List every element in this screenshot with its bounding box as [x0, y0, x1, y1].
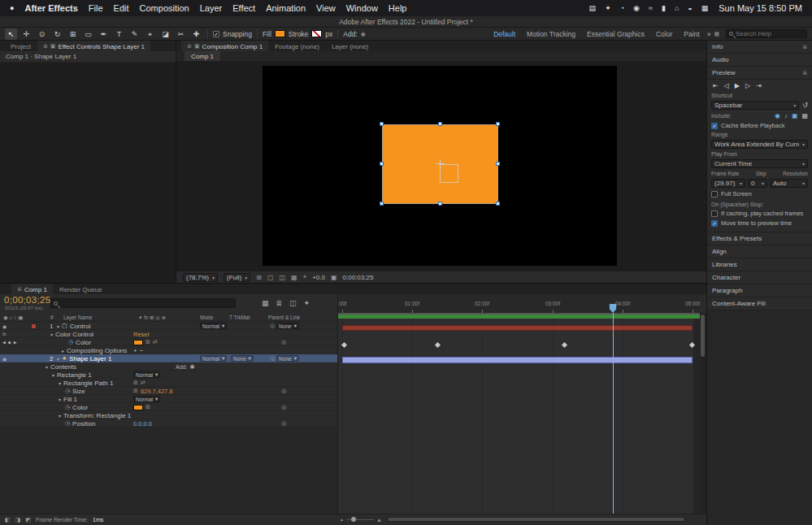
display-icon[interactable]: ▤ [589, 4, 597, 12]
panel-info[interactable]: Info ≣ [707, 41, 812, 53]
group-row-compositing-options[interactable]: ▸ Compositing Options + − [0, 346, 337, 354]
twisty-icon[interactable]: ▾ [46, 364, 48, 370]
include-audio-icon[interactable]: ♪ [784, 112, 788, 119]
scrollbar-thumb[interactable] [701, 315, 705, 357]
group-name[interactable]: Rectangle 1 [57, 371, 92, 379]
wifi-icon[interactable]: ⌂ [675, 4, 679, 12]
help-search-input[interactable] [736, 30, 804, 37]
range-dropdown[interactable]: Work Area Extended By Current ...▾ [711, 140, 808, 149]
column-trkmat[interactable]: T TrkMat [229, 315, 250, 320]
timeline-empty-area[interactable] [0, 427, 337, 514]
panel-audio[interactable]: Audio [707, 54, 812, 66]
panel-paragraph[interactable]: Paragraph [707, 284, 812, 297]
lock-icon[interactable]: ▣ [50, 43, 56, 50]
type-tool[interactable]: T [113, 28, 125, 40]
dropbox-icon[interactable]: ✦ [605, 4, 611, 12]
include-overlays-icon[interactable]: ▣ [792, 112, 798, 119]
layer-name[interactable]: Shape Layer 1 [69, 355, 111, 362]
twisty-icon[interactable]: ▾ [59, 413, 61, 419]
effect-controls-body[interactable] [0, 62, 176, 283]
blend-mode-dropdown[interactable]: Normal▾ [133, 371, 160, 378]
group-row-fill-1[interactable]: ▾ Fill 1 Normal▾ [0, 395, 337, 403]
panel-menu-icon[interactable]: ≣ [43, 43, 48, 50]
panel-character[interactable]: Character [707, 271, 812, 284]
effect-name[interactable]: Color Control [55, 331, 93, 338]
timeline-ruler[interactable]: :00f 01:00f 02:00f 03:00f 04:00f 05:00f [337, 294, 700, 313]
spotlight-icon[interactable]: ◒ [688, 4, 692, 12]
group-name[interactable]: Rectangle Path 1 [63, 380, 113, 387]
shape-tool[interactable]: ▭ [82, 28, 94, 40]
timeline-vertical-scrollbar[interactable] [700, 313, 706, 514]
menu-layer[interactable]: Layer [200, 3, 223, 13]
eye-icon[interactable]: ◉ [2, 323, 7, 329]
twisty-icon[interactable]: ▸ [62, 348, 64, 354]
stopwatch-icon[interactable]: ◷ [68, 339, 73, 345]
help-search-box[interactable] [726, 29, 807, 38]
eraser-tool[interactable]: ◪ [159, 28, 172, 40]
previous-frame-button[interactable]: ◁ [724, 82, 729, 89]
timeline-horizontal-scrollbar[interactable] [386, 517, 686, 522]
column-mode[interactable]: Mode [200, 315, 213, 320]
keyframe-diamond[interactable] [435, 342, 441, 348]
playhead-line[interactable] [613, 313, 614, 514]
full-screen-checkbox[interactable] [711, 191, 718, 197]
pickwhip-icon[interactable]: ◎ [281, 339, 286, 345]
group-row-rectangle-path-1[interactable]: ▾ Rectangle Path 1 ⊞ ⇄ [0, 379, 337, 387]
workspace-default[interactable]: Default [489, 30, 519, 38]
panel-preview[interactable]: Preview ≣ [707, 67, 812, 79]
expand-in-out-icon[interactable]: ◩ [25, 517, 31, 523]
grid-guides-icon[interactable]: ⊞ [256, 274, 262, 281]
stopwatch-icon[interactable]: ◷ [65, 404, 70, 410]
mask-visibility-icon[interactable]: ▢ [267, 274, 274, 281]
add-mask-reference-icon[interactable]: + [133, 347, 137, 354]
snapping-checkbox[interactable]: ✓ [213, 31, 219, 37]
resolution-dropdown[interactable]: (Full)▾ [224, 273, 250, 282]
stroke-label[interactable]: Stroke [289, 30, 309, 38]
last-frame-button[interactable]: ⇥ [756, 82, 762, 89]
skip-dropdown[interactable]: 0▾ [748, 179, 767, 188]
column-parent[interactable]: Parent & Link [268, 315, 300, 320]
tab-effect-controls[interactable]: ≣ ▣ Effect Controls Shape Layer 1 [37, 41, 150, 51]
menu-file[interactable]: File [89, 3, 103, 13]
pickwhip-icon[interactable]: ◎ [270, 355, 275, 362]
panel-libraries[interactable]: Libraries [707, 258, 812, 271]
layer-name[interactable]: Control [70, 323, 91, 330]
twisty-icon[interactable]: ▾ [52, 372, 54, 378]
menu-view[interactable]: View [316, 3, 336, 13]
twisty-icon[interactable]: ▾ [50, 332, 53, 337]
blend-mode-dropdown[interactable]: Normal▾ [200, 323, 227, 329]
shortcut-dropdown[interactable]: Spacebar▾ [711, 101, 799, 110]
group-name[interactable]: Fill 1 [63, 396, 77, 403]
pickwhip-icon[interactable]: ◎ [270, 323, 275, 329]
twisty-icon[interactable]: ▾ [59, 380, 61, 386]
workspace-color[interactable]: Color [652, 30, 676, 38]
path-direction-icon[interactable]: ⊞ [133, 380, 138, 386]
handle-middle-left[interactable] [380, 162, 384, 166]
constrain-proportions-icon[interactable]: ⊞ [133, 388, 138, 394]
color-swatch[interactable] [133, 340, 143, 345]
resolution-dropdown[interactable]: Auto▾ [770, 179, 808, 188]
viewer-tab-comp1[interactable]: Comp 1 [185, 51, 220, 61]
menu-composition[interactable]: Composition [140, 3, 189, 13]
handle-top-center[interactable] [438, 122, 442, 126]
play-button[interactable]: ▶ [735, 82, 740, 89]
next-keyframe-icon[interactable]: ▶ [14, 340, 17, 345]
control-center-icon[interactable]: ▦ [701, 4, 709, 12]
workspace-paint[interactable]: Paint [680, 30, 703, 38]
parent-dropdown[interactable]: None▾ [276, 355, 299, 362]
graph-toggle-icon[interactable]: ⇄ [153, 339, 158, 345]
brush-tool[interactable]: ✎ [128, 28, 141, 40]
property-row-position[interactable]: ◷ Position 0.0,0.0 ◎ [0, 419, 337, 427]
menu-window[interactable]: Window [346, 3, 378, 13]
zoom-slider-knob[interactable] [351, 517, 356, 522]
orbit-camera-tool[interactable]: ↻ [51, 28, 63, 40]
parent-dropdown[interactable]: None▾ [276, 323, 299, 329]
eye-icon[interactable]: ◉ [2, 356, 7, 362]
workspace-motion-tracking[interactable]: Motion Tracking [523, 30, 580, 38]
menu-animation[interactable]: Animation [266, 3, 306, 13]
zoom-tool[interactable]: ⊙ [36, 28, 48, 40]
draft-3d-icon[interactable]: ≣ [276, 299, 283, 307]
hand-tool[interactable]: ✛ [20, 28, 33, 40]
first-frame-button[interactable]: ⇤ [713, 82, 719, 89]
panel-menu-icon[interactable]: ≣ [802, 44, 807, 50]
